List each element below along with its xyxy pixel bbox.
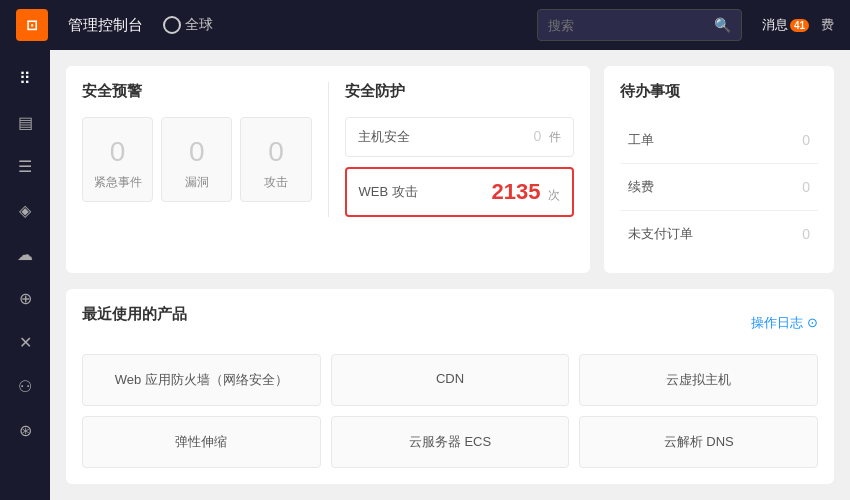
recent-products-card: 最近使用的产品 操作日志 ⊙ Web 应用防火墙（网络安全） CDN 云虚拟主机…: [66, 289, 834, 484]
vuln-label: 漏洞: [170, 174, 223, 191]
sidebar-item-list[interactable]: ☰: [7, 148, 43, 184]
topbar-actions: 消息 41 费: [762, 16, 834, 34]
fee-label: 费: [821, 16, 834, 34]
recent-header: 最近使用的产品 操作日志 ⊙: [82, 305, 818, 340]
alert-item-attack: 0 攻击: [240, 117, 311, 202]
pending-title: 待办事项: [620, 82, 818, 101]
region-label: 全球: [185, 16, 213, 34]
security-inner: 安全预警 0 紧急事件 0 漏洞 0: [82, 82, 574, 217]
sidebar-item-grid[interactable]: ⠿: [7, 60, 43, 96]
log-arrow-icon: ⊙: [807, 315, 818, 330]
logo: ⊡: [16, 9, 48, 41]
pending-item-renewal: 续费 0: [620, 164, 818, 211]
renewal-label: 续费: [628, 178, 654, 196]
sidebar: ⠿ ▤ ☰ ◈ ☁ ⊕ ✕ ⚇ ⊛: [0, 50, 50, 500]
search-input[interactable]: [548, 18, 708, 33]
notification-label: 消息: [762, 16, 788, 34]
attack-label: 攻击: [249, 174, 302, 191]
content-area: 安全预警 0 紧急事件 0 漏洞 0: [50, 50, 850, 500]
sidebar-item-users[interactable]: ⚇: [7, 368, 43, 404]
recent-title: 最近使用的产品: [82, 305, 187, 324]
products-grid: Web 应用防火墙（网络安全） CDN 云虚拟主机 弹性伸缩 云服务器 ECS …: [82, 354, 818, 468]
product-item-vm[interactable]: 云虚拟主机: [579, 354, 818, 406]
alert-item-vuln: 0 漏洞: [161, 117, 232, 202]
notification-badge: 41: [790, 19, 809, 32]
web-attack-value: 2135: [491, 179, 540, 204]
divider: [328, 82, 329, 217]
region-selector[interactable]: 全球: [163, 16, 213, 34]
sidebar-item-shield[interactable]: ◈: [7, 192, 43, 228]
security-card: 安全预警 0 紧急事件 0 漏洞 0: [66, 66, 590, 273]
sidebar-item-x[interactable]: ✕: [7, 324, 43, 360]
unpaid-value: 0: [802, 226, 810, 242]
alert-title: 安全预警: [82, 82, 312, 101]
web-attack-row: WEB 攻击 2135 次: [345, 167, 575, 217]
sidebar-item-layers[interactable]: ▤: [7, 104, 43, 140]
web-attack-unit: 次: [548, 188, 560, 202]
urgent-label: 紧急事件: [91, 174, 144, 191]
search-box[interactable]: 🔍: [537, 9, 742, 41]
protection-section: 安全防护 主机安全 0 件 WEB 攻击 2135: [345, 82, 575, 217]
pending-item-ticket: 工单 0: [620, 117, 818, 164]
pending-item-unpaid: 未支付订单 0: [620, 211, 818, 257]
notification-button[interactable]: 消息 41: [762, 16, 809, 34]
product-item-dns[interactable]: 云解析 DNS: [579, 416, 818, 468]
ticket-label: 工单: [628, 131, 654, 149]
renewal-value: 0: [802, 179, 810, 195]
product-item-ecs[interactable]: 云服务器 ECS: [331, 416, 570, 468]
main-layout: ⠿ ▤ ☰ ◈ ☁ ⊕ ✕ ⚇ ⊛ 安全预警 0 紧急事: [0, 50, 850, 500]
host-security-value: 0: [534, 128, 542, 144]
pending-card: 待办事项 工单 0 续费 0 未支付订单 0: [604, 66, 834, 273]
host-security-row: 主机安全 0 件: [345, 117, 575, 157]
host-security-unit: 件: [549, 130, 561, 144]
ticket-value: 0: [802, 132, 810, 148]
app-title: 管理控制台: [68, 16, 143, 35]
operation-log-label: 操作日志: [751, 314, 803, 332]
product-item-autoscale[interactable]: 弹性伸缩: [82, 416, 321, 468]
alert-item-urgent: 0 紧急事件: [82, 117, 153, 202]
topbar: ⊡ 管理控制台 全球 🔍 消息 41 费: [0, 0, 850, 50]
vuln-value: 0: [170, 136, 223, 168]
host-security-label: 主机安全: [358, 128, 410, 146]
operation-log-link[interactable]: 操作日志 ⊙: [751, 314, 818, 332]
search-icon[interactable]: 🔍: [714, 17, 731, 33]
web-attack-label: WEB 攻击: [359, 183, 418, 201]
protection-title: 安全防护: [345, 82, 575, 101]
sidebar-item-globe2[interactable]: ⊛: [7, 412, 43, 448]
sidebar-item-globe[interactable]: ⊕: [7, 280, 43, 316]
globe-icon: [163, 16, 181, 34]
unpaid-label: 未支付订单: [628, 225, 693, 243]
product-item-waf[interactable]: Web 应用防火墙（网络安全）: [82, 354, 321, 406]
product-item-cdn[interactable]: CDN: [331, 354, 570, 406]
alert-section: 安全预警 0 紧急事件 0 漏洞 0: [82, 82, 312, 217]
alert-items: 0 紧急事件 0 漏洞 0 攻击: [82, 117, 312, 202]
attack-value: 0: [249, 136, 302, 168]
sidebar-item-cloud[interactable]: ☁: [7, 236, 43, 272]
top-row: 安全预警 0 紧急事件 0 漏洞 0: [66, 66, 834, 273]
urgent-value: 0: [91, 136, 144, 168]
pending-rows: 工单 0 续费 0 未支付订单 0: [620, 117, 818, 257]
